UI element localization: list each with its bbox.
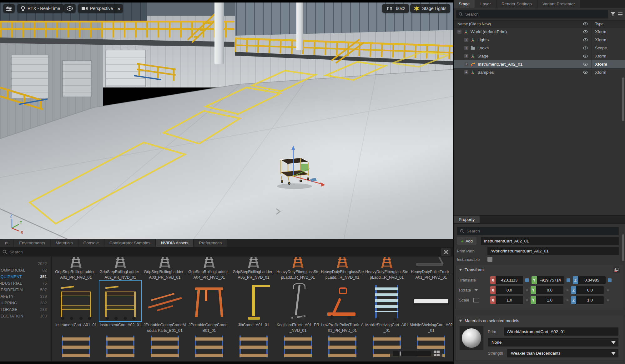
thumbnail-size-slider[interactable] bbox=[393, 351, 431, 356]
axis-value-field[interactable]: 0.0 bbox=[576, 286, 604, 294]
tab-materials[interactable]: Materials bbox=[51, 239, 78, 247]
asset-tile[interactable]: JPortableGantryCraneModularParts_B01_01 bbox=[143, 280, 187, 333]
visibility-eye-icon[interactable] bbox=[579, 54, 592, 58]
tab-property[interactable]: Property bbox=[454, 216, 480, 223]
tab-environments[interactable]: Environments bbox=[14, 239, 50, 247]
materials-section-header[interactable]: Materials on selected models bbox=[456, 316, 623, 325]
material-select[interactable]: None bbox=[488, 338, 618, 347]
expand-toggle[interactable]: − bbox=[457, 30, 461, 34]
asset-tile[interactable]: JibCrane_A01_01 bbox=[231, 280, 276, 333]
axis-value-field[interactable]: 0.0 bbox=[496, 286, 523, 294]
asset-tile[interactable] bbox=[231, 334, 276, 357]
category-industrial[interactable]: INDUSTRIAL75 bbox=[0, 280, 51, 287]
tree-item-instrumentcart-a02-01[interactable]: +InstrumentCart_A02_01Xform bbox=[454, 60, 625, 68]
asset-tile[interactable]: MobileShelvingCart_A02_01 bbox=[409, 280, 453, 333]
visibility-button[interactable] bbox=[64, 4, 76, 13]
expand-toggle[interactable]: + bbox=[464, 62, 468, 66]
resolution-badge[interactable]: 60x2 bbox=[382, 4, 409, 13]
tab-layer[interactable]: Layer bbox=[475, 0, 496, 8]
link-toggle[interactable] bbox=[525, 278, 529, 282]
visibility-eye-icon[interactable] bbox=[579, 46, 592, 50]
add-property-button[interactable]: + Add bbox=[457, 237, 476, 245]
asset-tile[interactable]: GripStepRollingLadder_A05_PR_NVD_01 bbox=[231, 257, 276, 280]
render-mode-button[interactable]: RTX - Real-Time bbox=[17, 4, 64, 13]
instanceable-checkbox[interactable] bbox=[487, 257, 492, 262]
visibility-eye-icon[interactable] bbox=[579, 38, 592, 42]
asset-tile[interactable] bbox=[54, 334, 98, 357]
expand-toggle[interactable]: + bbox=[464, 46, 468, 50]
grid-view-icon[interactable] bbox=[434, 351, 440, 356]
tab-stage[interactable]: Stage bbox=[454, 0, 475, 8]
prim-name-field[interactable]: InstrumentCart_A02_01 bbox=[481, 237, 619, 245]
visibility-eye-icon[interactable] bbox=[579, 71, 592, 74]
axis-value-field[interactable]: 1.0 bbox=[536, 296, 563, 304]
tree-item-looks[interactable]: +LooksScope bbox=[454, 44, 625, 52]
asset-tile[interactable]: InstrumentCart_A01_01 bbox=[54, 280, 98, 333]
asset-tile[interactable] bbox=[187, 334, 231, 357]
category-equipment[interactable]: EQUIPMENT351 bbox=[0, 273, 51, 280]
asset-tile[interactable] bbox=[320, 334, 365, 357]
asset-settings-button[interactable] bbox=[441, 248, 451, 256]
unlinked-dot[interactable] bbox=[526, 289, 528, 291]
asset-search-input[interactable] bbox=[9, 249, 439, 255]
viewport-3d[interactable]: Z Y X RTX - Real-Time bbox=[0, 0, 453, 239]
tab-configurator-samples[interactable]: Configurator Samples bbox=[104, 239, 155, 247]
unlinked-dot[interactable] bbox=[607, 299, 609, 301]
category-vegetation[interactable]: VEGETATION103 bbox=[0, 313, 51, 319]
axis-value-field[interactable]: 0.34985 bbox=[578, 276, 606, 284]
link-toggle[interactable] bbox=[567, 278, 570, 282]
viewport-settings-button[interactable] bbox=[3, 4, 15, 13]
unlinked-dot[interactable] bbox=[567, 289, 568, 291]
asset-tile[interactable] bbox=[98, 334, 143, 357]
asset-tile[interactable] bbox=[143, 334, 187, 357]
axis-value-field[interactable]: 1.0 bbox=[496, 296, 523, 304]
category-commercial[interactable]: COMMERCIAL82 bbox=[0, 267, 51, 273]
stage-lights-button[interactable]: Stage Lights bbox=[410, 4, 450, 13]
toolbar-expand-button[interactable]: » bbox=[114, 4, 123, 13]
asset-tile[interactable]: HeavyDutyFiberglassStepLadd...R_NVD_01 bbox=[365, 257, 409, 280]
asset-tile[interactable]: MobileShelvingCart_A01_01 bbox=[365, 280, 409, 333]
asset-tile[interactable]: HeavyDutyFiberglassStepLadd...R_NVD_01 bbox=[320, 257, 365, 280]
tab-render-settings[interactable]: Render Settings bbox=[496, 0, 537, 8]
category-residential[interactable]: RESIDENTIAL507 bbox=[0, 287, 51, 293]
scale-link-icon[interactable] bbox=[473, 298, 479, 302]
tree-item-world-defaultprim-[interactable]: −World (defaultPrim)Xform bbox=[454, 27, 625, 36]
asset-tile[interactable] bbox=[276, 334, 320, 357]
property-search-input[interactable] bbox=[466, 228, 616, 234]
unlinked-dot[interactable] bbox=[567, 299, 568, 301]
category-safety[interactable]: SAFETY339 bbox=[0, 293, 51, 300]
category-shipping[interactable]: SHIPPING282 bbox=[0, 300, 51, 306]
axis-value-field[interactable]: 0.0 bbox=[536, 286, 563, 294]
material-prim-field[interactable]: /World/InstrumentCart_A02_01 bbox=[504, 327, 618, 336]
tab-nvidia-assets[interactable]: NVIDIA Assets bbox=[156, 239, 194, 247]
filter-icon[interactable] bbox=[611, 12, 615, 17]
asset-tile[interactable]: HeavyDutyPalletTruck_A01_PR_NVD_01 bbox=[409, 257, 453, 280]
prim-path-field[interactable]: /World/InstrumentCart_A02_01 bbox=[487, 247, 619, 255]
category-all[interactable]: 2022 bbox=[0, 260, 51, 267]
visibility-eye-icon[interactable] bbox=[579, 62, 592, 66]
tab-console[interactable]: Console bbox=[78, 239, 104, 247]
asset-tile[interactable]: GripStepRollingLadder_A01_PR_NVD_01 bbox=[54, 257, 98, 280]
category-storage[interactable]: STORAGE283 bbox=[0, 306, 51, 313]
asset-tile[interactable]: InstrumentCart_A02_01 bbox=[98, 280, 143, 333]
asset-tile[interactable]: LowProfilePalletTruck_A01_PR_NVD_01 bbox=[320, 280, 365, 333]
transform-space-button[interactable] bbox=[613, 267, 620, 273]
tab-nt[interactable]: nt bbox=[0, 239, 13, 247]
tree-item-stage[interactable]: +StageXform bbox=[454, 52, 625, 60]
camera-button[interactable]: Perspective bbox=[78, 4, 117, 13]
expand-toggle[interactable]: + bbox=[464, 70, 468, 74]
tree-item-samples[interactable]: +SamplesXform bbox=[454, 68, 625, 76]
stage-search-input[interactable] bbox=[465, 12, 606, 17]
asset-tile[interactable]: JPortableGantryCrane_B01_01 bbox=[187, 280, 231, 333]
property-scrollbar[interactable] bbox=[622, 234, 624, 261]
tab-variant-presenter[interactable]: Variant Presenter bbox=[537, 0, 580, 8]
asset-tile[interactable]: KegHandTruck_A01_PR_NVD_01 bbox=[276, 280, 320, 333]
property-search-box[interactable] bbox=[457, 227, 619, 235]
menu-icon[interactable] bbox=[618, 12, 622, 16]
visibility-eye-icon[interactable] bbox=[579, 30, 592, 33]
asset-tile[interactable]: GripStepRollingLadder_A03_PR_NVD_01 bbox=[143, 257, 187, 280]
expand-toggle[interactable]: + bbox=[464, 54, 468, 58]
tab-preferences[interactable]: Preferences bbox=[194, 239, 227, 247]
strength-select[interactable]: Weaker than Descendants bbox=[507, 349, 618, 357]
asset-tile[interactable]: GripStepRollingLadder_A04_PR_NVD_01 bbox=[187, 257, 231, 280]
